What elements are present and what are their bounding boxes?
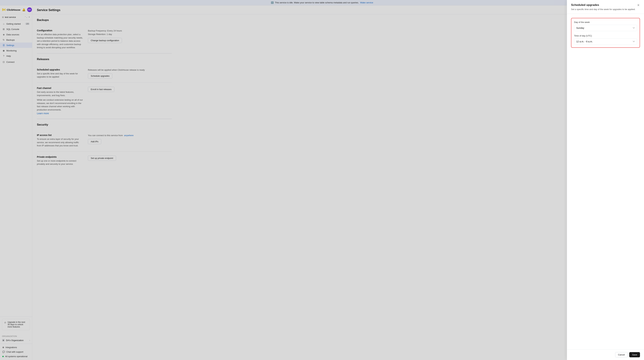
database-icon: ⊞ <box>2 28 5 30</box>
releases-section-title: Releases <box>37 58 172 61</box>
logo-icon <box>2 8 5 11</box>
add-service-button[interactable]: + <box>28 15 30 18</box>
ip-access-label-area: IP access list To ensure an extra layer … <box>37 134 84 147</box>
info-icon: ℹ️ <box>271 1 274 4</box>
nav-label-getting-started: Getting started <box>6 23 21 25</box>
backup-configuration-label: Configuration <box>37 29 84 32</box>
fast-channel-label: Fast channel <box>37 87 84 89</box>
header-actions: 🔔 DA <box>22 7 32 12</box>
change-backup-config-button[interactable]: Change backup configuration <box>88 38 122 43</box>
backup-frequency-meta: Backup Frequency: Every 24 hours Storage… <box>88 29 172 36</box>
fast-channel-label-area: Fast channel Get early access to the lat… <box>37 87 84 115</box>
getting-started-badge: 1/5 <box>25 23 30 25</box>
sidebar-item-help[interactable]: ? Help <box>0 53 32 59</box>
ip-access-row: IP access list To ensure an extra layer … <box>37 130 172 152</box>
main-content: Service Settings Backups Configuration F… <box>32 5 644 360</box>
integrations-label: Integrations <box>6 346 17 349</box>
status-label: All systems operational <box>5 355 28 358</box>
chat-support-item[interactable]: 💬 Chat with support <box>2 350 30 354</box>
panel-title: Scheduled upgrades <box>571 5 636 7</box>
panel-close-button[interactable]: ✕ <box>637 5 640 7</box>
bell-button[interactable]: 🔔 <box>22 8 26 12</box>
sidebar-item-settings[interactable]: ☰ Settings <box>0 42 32 48</box>
backup-configuration-content: Backup Frequency: Every 24 hours Storage… <box>88 29 172 43</box>
chat-icon: 💬 <box>2 351 5 353</box>
nav-label-help: Help <box>6 55 11 57</box>
plug-icon: ◈ <box>2 33 5 36</box>
setup-private-endpoint-button[interactable]: Set up private endpoint <box>88 156 116 161</box>
sidebar-footer: ⊕ Integrations 💬 Chat with support All s… <box>0 344 32 360</box>
integrations-item[interactable]: ⊕ Integrations <box>2 345 30 350</box>
service-name: test service <box>5 16 24 18</box>
schedule-upgrades-button[interactable]: Schedule upgrades <box>88 73 112 79</box>
sidebar-item-monitoring[interactable]: ◉ Monitoring <box>0 48 32 53</box>
chevron-icon: ⌃⌄ <box>24 16 28 18</box>
scheduled-upgrades-label: Scheduled upgrades <box>37 68 84 71</box>
sidebar-item-connect[interactable]: ⊡ Connect <box>0 59 32 65</box>
sidebar-item-data-sources[interactable]: ◈ Data sources <box>0 32 32 37</box>
time-of-day-group: Time of day (UTC) 12 a.m. - 6 a.m. 6 a.m… <box>574 34 637 45</box>
backup-configuration-label-area: Configuration For an effective data prot… <box>37 29 84 49</box>
backup-frequency: Backup Frequency: Every 24 hours <box>88 29 172 33</box>
add-ips-button[interactable]: Add IPs <box>88 139 101 144</box>
ip-access-meta-prefix: You can connect to this service from <box>88 134 123 137</box>
wake-service-link[interactable]: Wake service <box>360 1 373 4</box>
private-endpoints-label-area: Private endpoints Set up one or more end… <box>37 156 84 166</box>
page-title: Service Settings <box>37 8 639 12</box>
panel-header: Scheduled upgrades Set a specific time a… <box>567 5 644 14</box>
ip-access-desc: To ensure an extra layer of security for… <box>37 138 84 147</box>
chevron-right-icon: › <box>29 339 30 341</box>
private-endpoints-desc: Set up one or more endpoints to connect … <box>37 159 84 166</box>
security-section-title: Security <box>37 123 172 126</box>
help-icon: ? <box>2 55 5 57</box>
nav-label-settings: Settings <box>6 44 14 46</box>
scheduled-upgrades-label-area: Scheduled upgrades Set a specific time a… <box>37 68 84 79</box>
enroll-fast-releases-button[interactable]: Enroll in fast releases <box>88 87 114 92</box>
panel-footer: Cancel Save <box>567 349 644 360</box>
scheduled-upgrades-content: Releases will be applied when ClickHouse… <box>88 68 172 79</box>
private-endpoints-row: Private endpoints Set up one or more end… <box>37 152 172 170</box>
learn-more-link[interactable]: Learn more <box>37 112 49 115</box>
nav-label-data-sources: Data sources <box>6 33 19 36</box>
scheduled-upgrades-panel: Scheduled upgrades Set a specific time a… <box>567 5 644 360</box>
nav-label-backups: Backups <box>6 39 15 41</box>
time-of-day-label: Time of day (UTC) <box>574 34 637 37</box>
banner-text: This service is idle. Wake your service … <box>275 1 359 4</box>
org-label: Organization <box>2 335 30 337</box>
save-button[interactable]: Save <box>629 352 640 357</box>
backup-icon: ↻ <box>2 38 5 41</box>
org-item[interactable]: ⊞ DA's Organization › <box>2 338 30 343</box>
backups-section-title: Backups <box>37 18 172 22</box>
fast-channel-desc2: While we conduct extensive testing on al… <box>37 98 84 111</box>
ip-access-content: You can connect to this service from any… <box>88 134 172 144</box>
scheduled-upgrades-desc: Set a specific time and day of the week … <box>37 72 84 79</box>
private-endpoints-content: Set up private endpoint <box>88 156 172 161</box>
section-divider <box>37 53 172 54</box>
time-of-day-select[interactable]: 12 a.m. - 6 a.m. 6 a.m. - 12 p.m. 12 p.m… <box>574 38 637 45</box>
ip-access-link[interactable]: anywhere <box>124 134 134 137</box>
settings-body: Backups Configuration For an effective d… <box>32 14 176 174</box>
scheduled-upgrades-meta: Releases will be applied when ClickHouse… <box>88 68 172 72</box>
sidebar-item-sql-console[interactable]: ⊞ SQL Console <box>0 26 32 32</box>
sidebar-item-backups[interactable]: ↻ Backups <box>0 37 32 42</box>
service-selector[interactable]: ⊞ test service ⌃⌄ + <box>0 14 32 20</box>
panel-form-highlighted: Day of the week Sunday Monday Tuesday We… <box>571 18 640 48</box>
status-dot <box>2 356 4 357</box>
clock-icon: ⊘ <box>4 321 6 324</box>
nav-label-connect: Connect <box>6 61 14 63</box>
settings-icon: ☰ <box>2 44 5 46</box>
sidebar-item-getting-started[interactable]: ⌂ Getting started 1/5 <box>0 21 32 26</box>
org-name: DA's Organization <box>6 339 28 342</box>
logo-text: ClickHouse <box>7 8 20 11</box>
page-header: Service Settings <box>32 5 644 14</box>
day-of-week-select[interactable]: Sunday Monday Tuesday Wednesday Thursday… <box>574 25 637 31</box>
backup-configuration-row: Configuration For an effective data prot… <box>37 25 172 53</box>
org-icon: ⊞ <box>2 339 5 342</box>
fast-channel-content: Enroll in fast releases <box>88 87 172 92</box>
nav-label-sql-console: SQL Console <box>6 28 19 30</box>
avatar[interactable]: DA <box>27 7 32 12</box>
cancel-button[interactable]: Cancel <box>615 352 628 357</box>
section-divider-2 <box>37 119 172 119</box>
sidebar: ClickHouse 🔔 DA ⊞ test service ⌃⌄ + ⌂ Ge… <box>0 5 32 360</box>
scheduled-upgrades-row: Scheduled upgrades Set a specific time a… <box>37 64 172 83</box>
